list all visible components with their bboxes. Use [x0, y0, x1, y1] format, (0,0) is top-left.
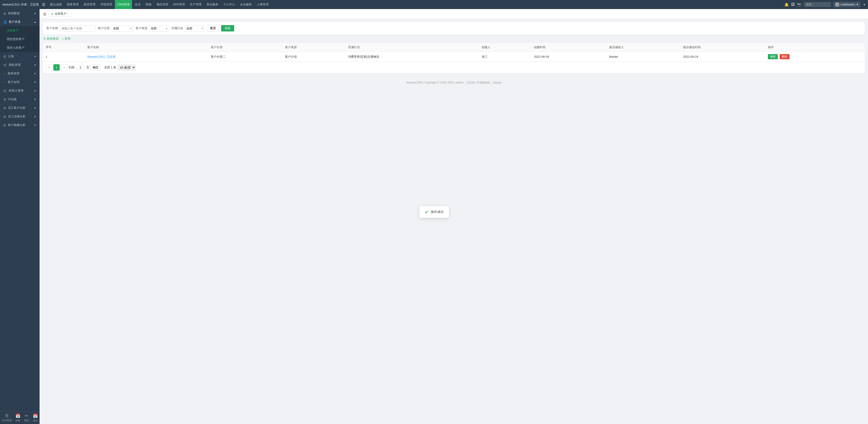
nav-item-5[interactable]: 会员 [132, 0, 143, 9]
global-search-input[interactable] [804, 2, 831, 7]
table-header: 序号 客户名称 客户分类 客户来源 所属行业 创建人 创建时间 最后修改人 最后… [43, 43, 865, 52]
prev-page-button[interactable]: ‹ [46, 64, 52, 70]
search-button[interactable]: 搜索 [221, 25, 234, 31]
filter-source-label: 客户来源 [135, 26, 147, 30]
nav-item-6[interactable]: 商城 [143, 0, 154, 9]
sidebar-subitem-all-customers[interactable]: 全部客户 [0, 26, 39, 35]
col-create-time: 创建时间 [531, 43, 607, 52]
sidebar-item-staff-analysis[interactable]: ⚖ 员工客户分析 ▼ [0, 104, 39, 112]
nav-item-0[interactable]: 默认桌面 [48, 0, 64, 9]
sidebar-label: 跟单管理 [8, 72, 20, 76]
goto-page-input[interactable] [76, 65, 85, 70]
nav-item-4[interactable]: CRM管理 [115, 0, 132, 9]
cell-creator: 张三 [479, 52, 531, 62]
sidebar-icon: ⚖ [3, 123, 6, 127]
sidebar-item-public-sea[interactable]: ⚖ 公海 ▼ [0, 52, 39, 61]
col-last-modifier: 最后修改人 [607, 43, 680, 52]
close-tag-button[interactable]: × [68, 12, 69, 15]
chevron-icon: ▼ [34, 124, 36, 126]
home-icon[interactable]: 🏠 [43, 12, 46, 16]
filter-source-select[interactable]: 全部 客户介绍 网络推广 [149, 25, 169, 31]
image-icon[interactable]: 🖼 [791, 2, 795, 6]
notification-icon[interactable]: 🔔 [784, 2, 789, 7]
sidebar-item-order-mgmt[interactable]: ··· 跟单管理 ▼ [0, 69, 39, 78]
sidebar-icon: ⚖ [3, 115, 6, 118]
notes-button[interactable]: ✏ 笔记 [24, 413, 29, 422]
file-mgmt-button[interactable]: ☰ 文件管理 [2, 413, 12, 422]
sidebar-item-left: ⚖ 基础数据 [3, 11, 20, 16]
sidebar-item-customer-portrait[interactable]: ⚖ 客户画像分析 ▼ [0, 121, 39, 130]
nav-item-10[interactable]: 售后服务 [204, 0, 221, 9]
nav-item-7[interactable]: 项目管理 [154, 0, 170, 9]
filter-industry-select[interactable]: 全部 消费零售 贸易 交通物流 [184, 25, 205, 31]
sidebar-icon: 🛒 [3, 63, 7, 67]
data-table: 序号 客户名称 客户分类 客户来源 所属行业 创建人 创建时间 最后修改人 最后… [43, 43, 865, 62]
nav-item-1[interactable]: 财务管理 [65, 0, 81, 9]
action-bar: ↻ 刷新数据 + 新增 [43, 37, 865, 41]
expand-icon[interactable]: ▼ [863, 3, 866, 6]
menu-toggle-icon[interactable]: ☰ [42, 2, 45, 7]
nav-item-11[interactable]: 个人中心 [221, 0, 237, 9]
nav-item-8[interactable]: ERP管理 [171, 0, 187, 9]
user-menu-button[interactable]: root(Master) ▼ [833, 2, 861, 7]
nav-item-2[interactable]: 薪资管理 [81, 0, 98, 9]
filter-category-select[interactable]: 全部 客户分类一 客户分类二 [111, 25, 133, 31]
filter-industry-group: 所属行业 全部 消费零售 贸易 交通物流 [171, 25, 205, 31]
filter-name-input[interactable] [59, 25, 96, 31]
tag-icon: ⚖ [51, 12, 54, 16]
sidebar-subitem-my-records[interactable]: 我录入的客户 [0, 44, 39, 52]
sidebar-item-business-mgmt[interactable]: 🛒 商机管理 ▼ [0, 61, 39, 69]
forum-button[interactable]: 📅 论坛 [33, 413, 38, 422]
next-page-button[interactable]: › [61, 64, 67, 70]
user-label: root(Master) [840, 3, 855, 6]
sidebar-item-left: ⚖ 讨论板 [3, 97, 17, 101]
refresh-button[interactable]: ↻ 刷新数据 [43, 37, 59, 41]
cell-index: 1 [43, 52, 85, 62]
content-area: 客户名称 客户分类 全部 客户分类一 客户分类二 客户来源 [39, 19, 868, 76]
col-action: 操作 [765, 43, 865, 52]
page-size-select[interactable]: 15 条/页 30 条/页 50 条/页 [118, 65, 135, 70]
camera-icon[interactable]: 📷 [797, 2, 802, 7]
main-content: 🏠 ⚖ 全部客户 × 客户名称 客户分类 全部 客户 [39, 9, 868, 424]
col-last-modify-time: 最后修改时间 [680, 43, 765, 52]
add-button[interactable]: + 新增 [62, 37, 70, 41]
table-body: 1 Skyeye云办公-卫志强 客户分类二 客户介绍 消费零售|贸易|交通物流 … [43, 52, 865, 62]
chevron-icon: ▼ [34, 73, 36, 75]
sidebar-label: 员工业绩分析 [8, 114, 26, 118]
sidebar-item-industry-analysis[interactable]: ⚖ 员工业绩分析 ▼ [0, 112, 39, 121]
calendar-button[interactable]: 📅 日程 [16, 413, 20, 422]
chevron-icon: ▼ [34, 55, 36, 58]
sidebar-item-customer-relation[interactable]: 👤 客户关系 ▲ [0, 18, 39, 26]
sidebar-item-basic-data[interactable]: ⚖ 基础数据 ▼ [0, 9, 39, 18]
sidebar-item-contract[interactable]: ··· 客户合同 ▼ [0, 78, 39, 86]
nav-item-13[interactable]: 人事管理 [254, 0, 271, 9]
nav-item-3[interactable]: 学校管理 [98, 0, 114, 9]
chevron-icon: ▼ [34, 12, 36, 15]
breadcrumb-tag: ⚖ 全部客户 × [49, 11, 71, 17]
sidebar-icon: 🛒 [3, 89, 7, 92]
page-unit: 页 [86, 65, 89, 69]
filter-source-group: 客户来源 全部 客户介绍 网络推广 [135, 25, 169, 31]
filter-category-group: 客户分类 全部 客户分类一 客户分类二 [98, 25, 133, 31]
edit-button[interactable]: 编辑 [768, 54, 778, 59]
top-right-section: 🔔 🖼 📷 root(Master) ▼ ▼ [784, 2, 866, 7]
filter-source-select-wrapper: 全部 客户介绍 网络推广 [149, 25, 169, 31]
nav-item-9[interactable]: 生产管理 [188, 0, 204, 9]
page-1-button[interactable]: 1 [53, 64, 60, 70]
sidebar-item-discussion[interactable]: ⚖ 讨论板 ▼ [0, 95, 39, 104]
filter-category-label: 客户分类 [98, 26, 110, 30]
nav-item-12[interactable]: 企业服务 [238, 0, 254, 9]
sidebar-label: 客户合同 [8, 80, 20, 84]
goto-confirm-button[interactable]: 确定 [91, 64, 101, 70]
chevron-icon: ▼ [34, 64, 36, 66]
col-source: 客户来源 [282, 43, 345, 52]
col-category: 客户分类 [208, 43, 282, 52]
reset-button[interactable]: 重置 [207, 25, 219, 32]
delete-button[interactable]: 删除 [780, 54, 789, 59]
chevron-icon: ▼ [34, 81, 36, 84]
customer-name-link[interactable]: Skyeye云办公-卫志强 [87, 55, 116, 58]
sidebar-item-contact-mgmt[interactable]: 🛒 联系人管理 ▼ [0, 86, 39, 95]
nav-menu: 默认桌面财务管理薪资管理学校管理CRM管理会员商城项目管理ERP管理生产管理售后… [48, 0, 784, 9]
sidebar-subitem-my-customers[interactable]: 我负责的客户 [0, 35, 39, 44]
sidebar-label: 讨论板 [8, 97, 17, 101]
